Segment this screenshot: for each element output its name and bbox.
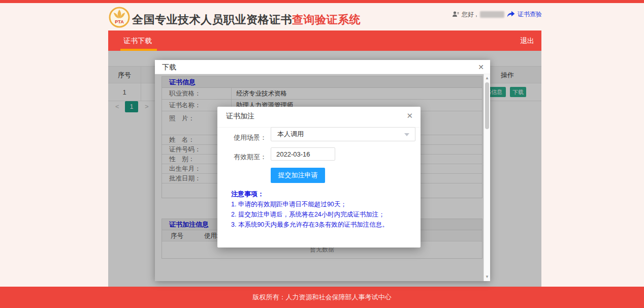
scroll-down-icon[interactable]: ▼	[484, 273, 490, 281]
header: PTA 全国专业技术人员职业资格证书查询验证系统 您好 ,	[0, 3, 644, 30]
user-icon	[452, 11, 459, 18]
share-arrow-icon	[507, 11, 515, 18]
svg-text:PTA: PTA	[115, 19, 124, 24]
pta-logo-icon: PTA	[109, 7, 130, 28]
download-modal-close-icon[interactable]: ✕	[478, 60, 484, 74]
notice-item: 3. 本系统90天内最多允许存在3条有效的证书加注信息。	[231, 221, 389, 229]
copyright-text: 版权所有：人力资源和社会保障部人事考试中心	[0, 287, 644, 308]
expiry-date-input[interactable]	[271, 147, 335, 161]
footer: 版权所有：人力资源和社会保障部人事考试中心	[0, 287, 644, 308]
download-modal-header: 下载 ✕	[155, 60, 490, 74]
notice-item: 2. 提交加注申请后，系统将在24小时内完成证书加注；	[231, 210, 385, 219]
expiry-label: 有效期至：	[217, 152, 267, 162]
user-area: 您好 , 证书查验	[452, 10, 542, 19]
page-title: 全国专业技术人员职业资格证书查询验证系统	[132, 12, 361, 27]
navbar: 证书下载 退出	[108, 30, 541, 51]
scene-select-value: 本人调用	[277, 128, 304, 141]
annotation-modal-title: 证书加注	[226, 112, 254, 121]
scene-label: 使用场景：	[217, 133, 267, 142]
cert-verify-link[interactable]: 证书查验	[518, 10, 542, 19]
logout-button[interactable]: 退出	[520, 30, 534, 51]
redacted-username	[480, 11, 504, 18]
page-title-main: 全国专业技术人员职业资格证书	[132, 13, 292, 26]
notice-title: 注意事项：	[231, 190, 264, 199]
page-title-accent: 查询验证系统	[292, 13, 361, 26]
annotation-modal: 证书加注 ✕ 使用场景： 本人调用 有效期至： 提交加注申请 注意事项： 1. …	[217, 107, 421, 248]
screen: PTA 全国专业技术人员职业资格证书查询验证系统 您好 ,	[0, 0, 644, 308]
submit-annotation-button[interactable]: 提交加注申请	[271, 168, 325, 183]
tab-cert-download[interactable]: 证书下载	[123, 30, 152, 51]
notice-item: 1. 申请的有效期距申请日不能超过90天；	[231, 200, 347, 209]
download-modal-title: 下载	[162, 60, 176, 74]
scroll-up-icon[interactable]: ▲	[484, 75, 490, 82]
modal-scrollbar[interactable]: ▲ ▼	[484, 74, 490, 281]
annotation-modal-close-icon[interactable]: ✕	[406, 111, 413, 120]
greeting-text: 您好 ,	[462, 10, 477, 19]
scrollbar-thumb[interactable]	[485, 82, 489, 129]
scene-select[interactable]: 本人调用	[271, 127, 415, 141]
chevron-down-icon	[404, 133, 409, 136]
